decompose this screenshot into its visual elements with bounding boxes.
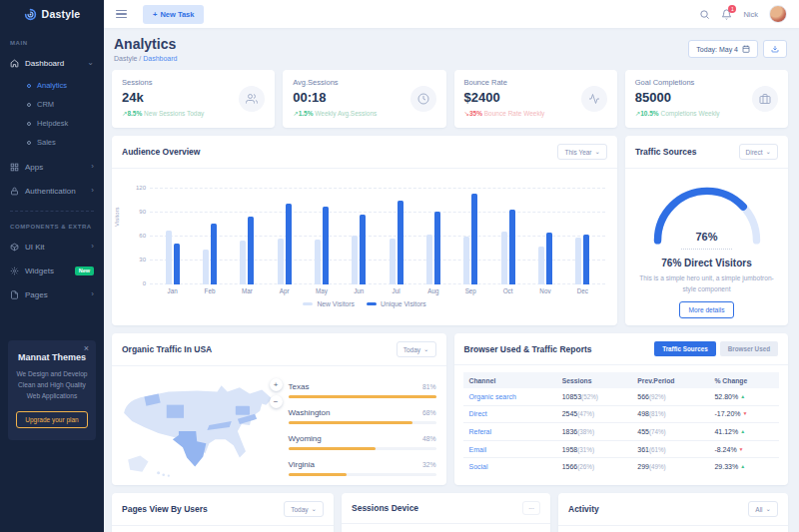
bar-apr-new-visitors — [278, 239, 284, 284]
bullet-icon — [27, 103, 31, 107]
card-title: Pages View By Users — [122, 504, 208, 514]
tab-browser-used[interactable]: Browser Used — [720, 341, 778, 356]
stat-value: 85000 — [635, 90, 720, 105]
sidebar-item-ui-kit[interactable]: UI Kit › — [0, 235, 104, 259]
briefcase-icon — [752, 86, 778, 112]
x-axis-label: Apr — [266, 287, 303, 294]
trend-triangle-icon: ▼ — [739, 446, 744, 452]
grid-icon — [10, 163, 19, 172]
card-title: Audience Overview — [122, 147, 200, 157]
sidebar-item-authentication[interactable]: Authentication › — [0, 179, 104, 203]
bar-oct-unique-visitors — [509, 210, 515, 284]
sidebar-item-analytics[interactable]: Analytics — [0, 76, 104, 95]
sidebar-item-crm[interactable]: CRM — [0, 95, 104, 114]
gauge-value: 76% — [643, 231, 771, 243]
sessions-device-card: Sessions Device ... — [342, 493, 550, 532]
search-icon[interactable] — [699, 9, 710, 20]
legend-item: Unique Visitors — [367, 300, 426, 307]
trend-triangle-icon: ▲ — [740, 428, 745, 434]
state-wyoming[interactable] — [167, 405, 184, 418]
tab-traffic-sources[interactable]: Traffic Sources — [654, 341, 716, 356]
state-row-wyoming: Wyoming48% — [289, 434, 436, 450]
sidebar-item-dashboard[interactable]: Dashboard ⌄ — [0, 51, 104, 75]
x-axis-label: Oct — [489, 287, 526, 294]
audience-overview-card: Audience Overview This Year ⌄ Visitors 0… — [112, 136, 617, 325]
list-item: Dastyle - Admin Dashboard 4.3k — [112, 526, 334, 532]
state-progress-bar — [289, 447, 377, 450]
organic-period-select[interactable]: Today ⌄ — [397, 341, 436, 357]
traffic-sources-select[interactable]: Direct ⌄ — [739, 144, 778, 160]
stat-delta: ↘35% Bounce Rate Weekly — [464, 110, 545, 118]
bar-group-sep — [463, 189, 477, 284]
breadcrumb-parent[interactable]: Dastyle — [114, 55, 137, 62]
more-details-button[interactable]: More details — [679, 301, 735, 318]
users-icon — [239, 86, 265, 112]
channel-link[interactable]: Organic search — [469, 393, 516, 400]
activity-icon — [581, 86, 607, 112]
bar-dec-new-visitors — [575, 238, 581, 284]
audience-period-select[interactable]: This Year ⌄ — [557, 144, 607, 160]
x-axis-label: Sep — [452, 287, 489, 294]
breadcrumb-current[interactable]: Dashboard — [143, 55, 177, 62]
x-axis-label: Mar — [229, 287, 266, 294]
table-row: Organic search 10853(52%) 566(92%) 52.80… — [463, 388, 780, 405]
sidebar-item-helpdesk[interactable]: Helpdesk — [0, 114, 104, 133]
stat-value: $2400 — [464, 90, 545, 105]
sidebar-item-widgets[interactable]: Widgets New — [0, 259, 104, 282]
notifications-bell-icon[interactable]: 1 — [721, 9, 732, 20]
calendar-icon — [742, 45, 750, 53]
gauge-dotted-line — [681, 249, 732, 250]
trend-triangle-icon: ▼ — [743, 410, 748, 416]
card-title: Activity — [568, 504, 599, 514]
breadcrumb-separator: / — [139, 55, 141, 62]
x-axis-label: Aug — [414, 287, 451, 294]
map-zoom-in-button[interactable]: + — [270, 378, 283, 391]
date-range-button[interactable]: Today: May 4 — [688, 40, 758, 58]
download-button[interactable] — [763, 40, 787, 58]
pages-view-period-select[interactable]: Today ⌄ — [284, 501, 324, 517]
bar-jul-new-visitors — [390, 239, 396, 284]
page-title: Analytics — [114, 36, 177, 52]
audience-chart: Visitors 0306090120 JanFebMarAprMayJunJu… — [112, 169, 617, 313]
brand-logo[interactable]: Dastyle — [0, 0, 104, 28]
channel-link[interactable]: Email — [469, 446, 487, 453]
chevron-down-icon: ⌄ — [766, 148, 771, 156]
y-axis-title: Visitors — [114, 207, 120, 227]
activity-item: Donald updated the status of Refund #123… — [558, 526, 788, 532]
states-list: Texas81% Washington68% Wyoming48% — [289, 372, 436, 486]
bar-group-mar — [240, 189, 254, 284]
audience-xaxis: JanFebMarAprMayJunJulAugSepOctNovDec — [150, 284, 605, 294]
upgrade-plan-button[interactable]: Upgrade your plan — [16, 411, 87, 428]
channel-link[interactable]: Direct — [469, 410, 487, 417]
map-zoom-out-button[interactable]: − — [270, 395, 283, 408]
activity-filter-select[interactable]: All ⌄ — [748, 501, 778, 517]
dashboard-submenu: Analytics CRM Helpdesk Sales — [0, 75, 104, 155]
sidebar-item-label: Dashboard — [25, 59, 64, 68]
gear-icon — [10, 266, 19, 275]
app-root: Dastyle MAIN Dashboard ⌄ Analytics CRM H… — [0, 0, 799, 532]
chevron-right-icon: › — [91, 187, 94, 195]
sidebar-item-pages[interactable]: Pages › — [0, 282, 104, 306]
menu-toggle-icon[interactable] — [116, 10, 127, 19]
state-progress-bar — [289, 395, 436, 398]
channel-link[interactable]: Referal — [469, 428, 492, 435]
new-task-button[interactable]: + New Task — [143, 5, 204, 24]
sidebar-item-sales[interactable]: Sales — [0, 133, 104, 152]
brand-name: Dastyle — [42, 8, 81, 20]
bar-jan-new-visitors — [166, 231, 172, 284]
bar-may-unique-visitors — [323, 207, 329, 284]
card-menu-button[interactable]: ... — [522, 501, 540, 515]
lock-icon — [10, 187, 19, 196]
x-axis-label: Jun — [341, 287, 378, 294]
sidebar-item-apps[interactable]: Apps › — [0, 155, 104, 179]
channel-link[interactable]: Social — [469, 463, 488, 470]
avatar[interactable] — [769, 5, 787, 23]
table-row: Email 1958(31%) 361(61%) -8.24%▼ — [463, 440, 780, 458]
close-icon[interactable]: × — [84, 343, 89, 353]
download-icon — [771, 45, 779, 53]
traffic-report-table: Channel Sessions Prev.Period % Change Or… — [463, 372, 780, 475]
y-tick-label: 0 — [126, 280, 146, 286]
state-pennsylvania[interactable] — [236, 406, 250, 415]
user-name: Nick — [743, 10, 758, 19]
bar-feb-new-visitors — [203, 250, 209, 284]
